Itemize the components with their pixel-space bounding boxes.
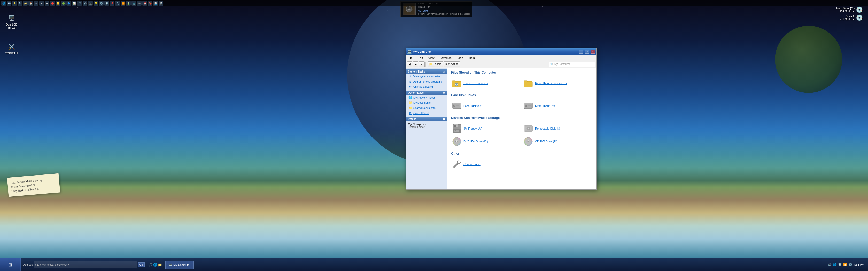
back-button[interactable]: ◀ xyxy=(407,61,412,67)
topbar-icon-2[interactable]: 📧 xyxy=(7,1,11,6)
quick-launch-folder[interactable]: 📁 xyxy=(158,263,162,267)
desktop-icon-dual-lcd[interactable]: 🖥️ Dual LCD Tri-Lcd xyxy=(3,13,21,31)
search-bar[interactable]: 🔍 My Computer xyxy=(549,62,595,67)
menu-tools[interactable]: Tools xyxy=(456,56,464,59)
menu-favorites[interactable]: Favorites xyxy=(439,56,452,59)
menu-help[interactable]: Help xyxy=(468,56,475,59)
local-disk-c-icon xyxy=(452,101,461,110)
sidebar-item-my-documents[interactable]: 📁 My Documents xyxy=(406,100,447,105)
topbar-icon-1[interactable]: 🌐 xyxy=(1,1,6,6)
local-disk-c-item[interactable]: Local Disk (C:) xyxy=(451,100,521,111)
menu-file[interactable]: File xyxy=(407,56,413,59)
active-window-button[interactable]: 💻 My Computer xyxy=(165,261,194,269)
topbar-icon-28[interactable]: 🔕 xyxy=(148,1,152,6)
sidebar-other-places-header[interactable]: Other Places ⊗ xyxy=(406,91,447,95)
forward-button[interactable]: ▶ xyxy=(413,61,418,67)
topbar-icon-30[interactable]: 🖨️ xyxy=(159,1,163,6)
dvdrw-d-item[interactable]: DVD DVD-RW Drive (D:) xyxy=(451,136,521,147)
window-sidebar: System Tasks ⊗ ℹ View system information… xyxy=(406,68,447,190)
topbar-icon-17[interactable]: 📷 xyxy=(88,1,93,6)
desktop: 🌐 📧 ⭐ 🔍 📁 🏠 ✉ ⬅ ➡ 🔴 🟡 🟢 🔷 📊 🎵 🔊 📷 💡 ⚙️ 🛡… xyxy=(0,0,868,271)
topbar-icon-6[interactable]: 🏠 xyxy=(28,1,33,6)
sidebar-other-places-collapse-icon: ⊗ xyxy=(443,91,445,94)
hdd-c-text: Hard Drive (C:) 494 GB Free xyxy=(836,7,855,13)
topbar-icon-10[interactable]: 🔴 xyxy=(50,1,55,6)
quick-launch-winamp[interactable]: 🎵 xyxy=(149,263,153,267)
topbar-icon-21[interactable]: 📌 xyxy=(110,1,115,6)
media-artist: AEROSMITH xyxy=(418,9,470,13)
control-panel-item[interactable]: Control Panel xyxy=(451,159,521,170)
hard-disk-drives-header: Hard Disk Drives xyxy=(451,94,593,98)
tray-icon-3[interactable]: 🛡️ xyxy=(838,263,842,266)
window-maximize-button[interactable]: □ xyxy=(585,49,589,54)
tray-icon-2[interactable]: 🌐 xyxy=(833,263,837,266)
floppy-a-item[interactable]: 3½ Floppy (A:) xyxy=(451,123,521,134)
taskbar-address-input[interactable]: http://ryan.thecarshopnv.com/ xyxy=(34,261,137,268)
shared-documents-item[interactable]: Shared Documents xyxy=(451,77,521,89)
hdd-c-space: 494 GB Free xyxy=(836,10,855,13)
menu-edit[interactable]: Edit xyxy=(417,56,424,59)
topbar-icon-18[interactable]: 💡 xyxy=(94,1,98,6)
topbar-icon-14[interactable]: 📊 xyxy=(72,1,76,6)
topbar-icon-27[interactable]: ⏰ xyxy=(142,1,147,6)
sidebar-details-header[interactable]: Details ⊗ xyxy=(406,117,447,121)
sidebar-item-add-remove-label: Add or remove programs xyxy=(413,80,442,83)
quick-launch-firefox[interactable]: 🌐 xyxy=(153,263,157,267)
topbar-icon-12[interactable]: 🟢 xyxy=(61,1,66,6)
topbar-icon-5[interactable]: 📁 xyxy=(23,1,28,6)
topbar-icon-20[interactable]: 🛡️ xyxy=(104,1,109,6)
change-setting-icon: ⚙ xyxy=(408,85,412,89)
topbar-icon-29[interactable]: 💾 xyxy=(153,1,158,6)
desktop-icon-warcraft[interactable]: ⚔️ Warcraft III xyxy=(3,41,21,56)
topbar-icon-15[interactable]: 🎵 xyxy=(77,1,82,6)
topbar-icon-4[interactable]: 🔍 xyxy=(18,1,22,6)
topbar-icon-22[interactable]: 🔧 xyxy=(115,1,120,6)
hdd-x-info: Drive X 271 GB Free 💿 xyxy=(836,14,863,21)
shared-docs-icon: 📁 xyxy=(408,106,412,110)
window-close-button[interactable]: ✕ xyxy=(591,49,595,54)
topbar-icon-8[interactable]: ⬅ xyxy=(39,1,44,6)
ryan-thaut-x-item[interactable]: Ryan Thaut (X:) xyxy=(523,100,593,111)
media-album: 0. YEAH! ULTIMATE AEROSMITH HITS (DISC 1… xyxy=(418,13,470,16)
local-disk-c-text: Local Disk (C:) xyxy=(463,104,482,107)
topbar-icon-26[interactable]: 🎮 xyxy=(137,1,142,6)
sidebar-system-tasks-header[interactable]: System Tasks ⊗ xyxy=(406,69,447,74)
sidebar-item-my-network[interactable]: 🌐 My Network Places xyxy=(406,95,447,100)
window-minimize-button[interactable]: ─ xyxy=(579,49,583,54)
taskbar-middle: Address http://ryan.thecarshopnv.com/ Go… xyxy=(21,261,824,269)
topbar-icon-16[interactable]: 🔊 xyxy=(83,1,87,6)
up-button[interactable]: ▲ xyxy=(419,61,425,67)
topbar-icon-24[interactable]: 🔋 xyxy=(126,1,131,6)
sidebar-item-control-panel[interactable]: 🖥 Control Panel xyxy=(406,110,447,115)
menu-view[interactable]: View xyxy=(428,56,435,59)
cdrw-f-name: CD-RW Drive (F:) xyxy=(535,140,557,143)
cdrw-f-item[interactable]: CD CD-RW Drive (F:) xyxy=(523,136,593,147)
topbar-icon-3[interactable]: ⭐ xyxy=(12,1,17,6)
views-button[interactable]: ⊞ Views ▼ xyxy=(444,61,460,67)
sidebar-item-add-remove[interactable]: ⊕ Add or remove programs xyxy=(406,79,447,84)
sidebar-item-view-system-label: View system information xyxy=(413,75,441,78)
tray-icon-5[interactable]: ⚙️ xyxy=(848,263,852,266)
topbar-icon-19[interactable]: ⚙️ xyxy=(99,1,103,6)
sidebar-item-shared-docs[interactable]: 📁 Shared Documents xyxy=(406,105,447,110)
sidebar-item-change-setting[interactable]: ⚙ Change a setting xyxy=(406,84,447,89)
folders-button[interactable]: 📁 Folders xyxy=(428,61,443,67)
topbar-icon-23[interactable]: 📶 xyxy=(121,1,125,6)
ryan-documents-item[interactable]: Ryan Thaut's Documents xyxy=(523,77,593,89)
topbar-icon-7[interactable]: ✉ xyxy=(34,1,38,6)
start-button[interactable]: ⊞ xyxy=(0,258,21,271)
topbar-icon-9[interactable]: ➡ xyxy=(45,1,49,6)
topbar-icon-11[interactable]: 🟡 xyxy=(56,1,60,6)
topbar-icon-25[interactable]: 📺 xyxy=(131,1,136,6)
sidebar-other-places-label: Other Places xyxy=(408,91,424,94)
sidebar-item-my-documents-label: My Documents xyxy=(413,101,431,104)
topbar-icon-13[interactable]: 🔷 xyxy=(66,1,71,6)
ryan-thaut-x-text: Ryan Thaut (X:) xyxy=(535,104,555,107)
go-button[interactable]: Go xyxy=(138,263,145,267)
removable-i-item[interactable]: Removable Disk (I:) xyxy=(523,123,593,134)
tray-icon-1[interactable]: 🔊 xyxy=(828,263,832,266)
ryan-thaut-x-name: Ryan Thaut (X:) xyxy=(535,104,555,107)
sidebar-item-view-system[interactable]: ℹ View system information xyxy=(406,74,447,79)
removable-i-icon xyxy=(524,124,533,133)
tray-icon-4[interactable]: 📶 xyxy=(843,263,847,266)
